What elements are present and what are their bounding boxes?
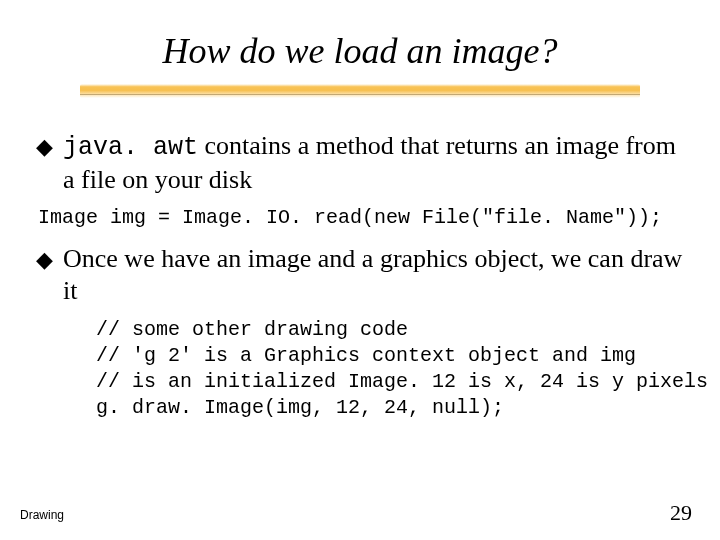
bullet-1: ◆ java. awt contains a method that retur… [36,130,684,196]
code-block: // some other drawing code // 'g 2' is a… [96,317,684,421]
bullet-icon: ◆ [36,132,53,162]
footer-left-label: Drawing [20,508,64,522]
bullet-2: ◆ Once we have an image and a graphics o… [36,243,684,307]
bullet-2-text: Once we have an image and a graphics obj… [63,243,684,307]
slide: How do we load an image? ◆ java. awt con… [0,0,720,540]
bullet-icon: ◆ [36,245,53,275]
slide-body: ◆ java. awt contains a method that retur… [0,98,720,421]
title-area: How do we load an image? [0,0,720,98]
bullet-1-text: java. awt contains a method that returns… [63,130,684,196]
title-underline [80,84,640,98]
slide-title: How do we load an image? [0,30,720,72]
slide-number: 29 [670,500,692,526]
bullet-1-code: java. awt [63,133,198,162]
code-line-1: Image img = Image. IO. read(new File("fi… [38,206,684,229]
